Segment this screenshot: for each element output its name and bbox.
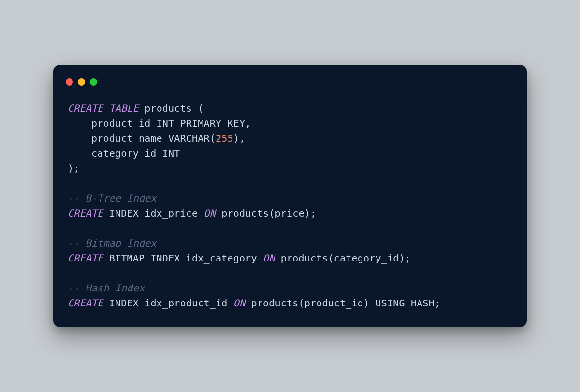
- code-token-ident: products(price);: [216, 207, 316, 219]
- minimize-icon[interactable]: [78, 78, 85, 86]
- code-token-kw: ON: [263, 252, 275, 264]
- maximize-icon[interactable]: [90, 78, 97, 86]
- code-token-kw: CREATE: [68, 207, 103, 219]
- code-line: CREATE INDEX idx_product_id ON products(…: [68, 296, 512, 311]
- code-token-ident: INDEX idx_price: [103, 207, 203, 219]
- code-token-comment: -- Bitmap Index: [68, 237, 157, 249]
- code-window: CREATE TABLE products ( product_id INT P…: [53, 65, 527, 327]
- code-line: CREATE BITMAP INDEX idx_category ON prod…: [68, 251, 512, 266]
- code-line: CREATE TABLE products (: [68, 101, 512, 116]
- code-token-kw: CREATE: [68, 297, 103, 309]
- code-token-ident: products (: [139, 102, 204, 114]
- code-line: -- Hash Index: [68, 281, 512, 296]
- code-token-ident: products(category_id);: [275, 252, 411, 264]
- close-icon[interactable]: [66, 78, 73, 86]
- code-token-kw: CREATE: [68, 252, 103, 264]
- code-line: );: [68, 161, 512, 176]
- code-token-ident: category_id INT: [68, 147, 180, 159]
- code-token-comment: -- B-Tree Index: [68, 192, 157, 204]
- code-line: product_id INT PRIMARY KEY,: [68, 116, 512, 131]
- code-token-ident: products(product_id) USING HASH;: [245, 297, 440, 309]
- code-line: product_name VARCHAR(255),: [68, 131, 512, 146]
- code-line: [68, 266, 512, 281]
- code-token-num: 255: [216, 132, 233, 144]
- code-token-ident: product_id INT PRIMARY KEY,: [68, 117, 251, 129]
- code-token-kw: ON: [233, 297, 245, 309]
- code-token-ident: INDEX idx_product_id: [103, 297, 233, 309]
- code-token-comment: -- Hash Index: [68, 282, 145, 294]
- code-line: category_id INT: [68, 146, 512, 161]
- window-titlebar: [53, 76, 527, 97]
- code-line: -- Bitmap Index: [68, 236, 512, 251]
- code-line: [68, 176, 512, 191]
- code-token-kw: CREATE TABLE: [68, 102, 139, 114]
- code-line: [68, 221, 512, 236]
- code-line: CREATE INDEX idx_price ON products(price…: [68, 206, 512, 221]
- code-token-ident: );: [68, 162, 79, 174]
- code-token-ident: BITMAP INDEX idx_category: [103, 252, 263, 264]
- code-token-kw: ON: [204, 207, 216, 219]
- code-block: CREATE TABLE products ( product_id INT P…: [53, 97, 527, 311]
- code-line: -- B-Tree Index: [68, 191, 512, 206]
- code-token-ident: product_name VARCHAR(: [68, 132, 216, 144]
- code-token-ident: ),: [233, 132, 245, 144]
